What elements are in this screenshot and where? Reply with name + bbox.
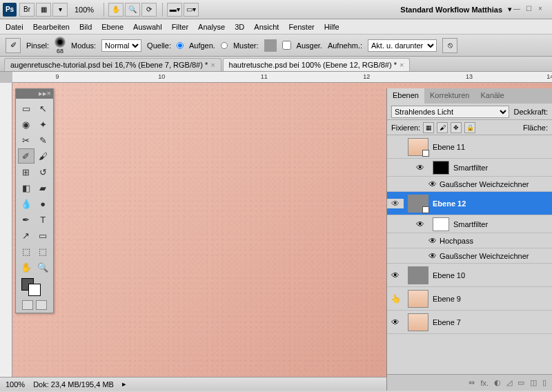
bridge-button[interactable]: Br (19, 3, 34, 17)
smartfilter-row[interactable]: 👁Smartfilter (387, 159, 552, 177)
quickmask-mode[interactable] (36, 300, 47, 310)
new-layer-icon[interactable]: ◫ (530, 378, 537, 387)
lock-position-icon[interactable]: ✥ (451, 122, 462, 133)
visibility-icon[interactable]: 👁 (426, 179, 440, 189)
zoom-tool-shortcut[interactable]: 🔍 (125, 3, 140, 17)
wand-tool[interactable]: ✦ (35, 117, 52, 132)
layer-row[interactable]: Ebene 11 (387, 135, 552, 159)
3d-tool[interactable]: ⬚ (18, 244, 34, 259)
status-zoom[interactable]: 100% (6, 380, 25, 389)
sample-select[interactable]: Akt. u. darunter (368, 39, 437, 52)
shape-tool[interactable]: ▭ (35, 228, 52, 243)
workspace-dropdown-icon[interactable]: ▾ (508, 5, 512, 14)
healing-brush-icon[interactable]: ✐ (6, 38, 21, 53)
ignore-adjustment-icon[interactable]: ⦸ (442, 38, 457, 53)
hand-tool[interactable]: ✋ (18, 259, 34, 275)
lock-transparency-icon[interactable]: ▦ (423, 122, 434, 133)
gradient-tool[interactable]: ▰ (35, 180, 52, 195)
visibility-icon[interactable]: 👆 (387, 294, 404, 304)
fx-icon[interactable]: fx. (480, 379, 489, 387)
blend-mode-select[interactable]: Strahlendes Licht (391, 106, 509, 118)
menu-image[interactable]: Bild (79, 23, 92, 31)
blur-tool[interactable]: 💧 (18, 196, 34, 211)
standard-mode[interactable] (22, 300, 33, 310)
layer-row-selected[interactable]: 👁Ebene 12 (387, 192, 552, 215)
toolbox-header[interactable]: ▸▸× (16, 89, 53, 99)
hand-tool-shortcut[interactable]: ✋ (108, 3, 124, 17)
adjustment-icon[interactable]: ◿ (506, 378, 512, 387)
path-tool[interactable]: ↗ (18, 228, 34, 243)
menu-help[interactable]: Hilfe (324, 23, 339, 31)
move-tool[interactable]: ▭ (18, 101, 34, 116)
filter-row[interactable]: 👁Gaußscher Weichzeichner (387, 248, 552, 264)
group-icon[interactable]: ▭ (518, 378, 524, 387)
screenmode-button[interactable]: ▭▾ (184, 3, 199, 17)
3d-camera-tool[interactable]: ⬚ (35, 244, 52, 259)
menu-analysis[interactable]: Analyse (198, 23, 225, 31)
visibility-icon[interactable]: 👁 (426, 236, 440, 246)
color-swatches[interactable] (17, 278, 52, 299)
menu-3d[interactable]: 3D (235, 23, 244, 31)
visibility-icon[interactable]: 👁 (426, 251, 440, 261)
pattern-swatch[interactable] (264, 39, 277, 52)
lock-pixels-icon[interactable]: 🖌 (437, 122, 448, 133)
close-icon[interactable]: × (210, 61, 215, 69)
tab-document-1[interactable]: augenretusche-tutorial.psd bei 16,7% (Eb… (4, 58, 221, 71)
arrange-button[interactable]: ▬▾ (167, 3, 182, 17)
eyedropper-tool[interactable]: ✎ (35, 133, 52, 148)
source-sampled-radio[interactable] (177, 42, 184, 49)
zoom-tool[interactable]: 🔍 (35, 259, 52, 275)
menu-view[interactable]: Ansicht (254, 23, 279, 31)
filter-row[interactable]: 👁Hochpass (387, 233, 552, 248)
close-button[interactable]: × (538, 5, 549, 14)
marquee-tool[interactable]: ↖ (35, 101, 52, 116)
rotate-tool-shortcut[interactable]: ⟳ (141, 3, 157, 17)
eraser-tool[interactable]: ◧ (18, 180, 34, 195)
mode-select[interactable]: Normal (101, 39, 141, 52)
history-brush-tool[interactable]: ↺ (35, 164, 52, 179)
heal-tool[interactable]: ✐ (18, 148, 34, 164)
source-pattern-radio[interactable] (221, 42, 228, 49)
tab-channels[interactable]: Kanäle (475, 88, 509, 104)
visibility-icon[interactable]: 👁 (387, 317, 404, 327)
tab-adjustments[interactable]: Korrekturen (424, 88, 475, 104)
zoom-level[interactable]: 100% (75, 6, 94, 14)
aligned-checkbox[interactable] (282, 41, 291, 50)
visibility-icon[interactable]: 👁 (387, 199, 404, 208)
type-tool[interactable]: T (35, 212, 52, 227)
stamp-tool[interactable]: ⊞ (18, 164, 34, 179)
filter-row[interactable]: 👁Gaußscher Weichzeichner (387, 177, 552, 192)
close-icon[interactable]: × (400, 61, 404, 69)
visibility-icon[interactable]: 👁 (412, 163, 428, 173)
visibility-icon[interactable]: 👁 (387, 271, 404, 280)
viewextras-button[interactable]: ▾ (52, 3, 68, 17)
menu-window[interactable]: Fenster (288, 23, 314, 31)
dodge-tool[interactable]: ● (35, 196, 52, 211)
menu-file[interactable]: Datei (6, 23, 23, 31)
lasso-tool[interactable]: ◉ (18, 117, 34, 132)
brush-tool[interactable]: 🖌 (35, 148, 52, 164)
visibility-icon[interactable]: 👁 (412, 219, 428, 229)
minibridge-button[interactable]: ▦ (36, 3, 51, 17)
workspace-switcher[interactable]: Standard Workflow Matthias (400, 6, 502, 14)
link-layers-icon[interactable]: ⇔ (469, 378, 475, 387)
pen-tool[interactable]: ✒ (18, 212, 34, 227)
minimize-button[interactable]: — (513, 5, 524, 14)
brush-preview[interactable] (55, 37, 66, 48)
menu-select[interactable]: Auswahl (133, 23, 162, 31)
smartfilter-row[interactable]: 👁Smartfilter (387, 215, 552, 233)
tab-document-2[interactable]: hautretusche.psd bei 100% (Ebene 12, RGB… (223, 58, 411, 71)
trash-icon[interactable]: ▯ (542, 378, 546, 387)
status-arrow-icon[interactable]: ▸ (122, 380, 126, 389)
tab-layers[interactable]: Ebenen (387, 88, 424, 104)
layer-row[interactable]: 👆Ebene 9 (387, 287, 552, 311)
layer-row[interactable]: 👁Ebene 10 (387, 264, 552, 287)
maximize-button[interactable]: ☐ (526, 5, 537, 14)
menu-filter[interactable]: Filter (172, 23, 188, 31)
menu-edit[interactable]: Bearbeiten (33, 23, 70, 31)
lock-all-icon[interactable]: 🔒 (464, 122, 475, 133)
mask-icon[interactable]: ◐ (494, 378, 501, 387)
menu-layer[interactable]: Ebene (101, 23, 124, 31)
layer-row[interactable]: 👁Ebene 7 (387, 311, 552, 334)
crop-tool[interactable]: ✂ (18, 133, 34, 148)
